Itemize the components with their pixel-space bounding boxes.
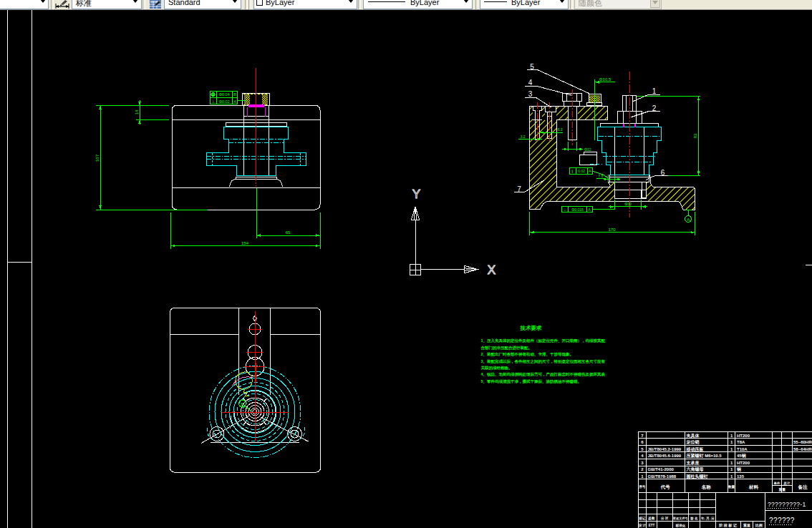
chevron-down-icon[interactable] (348, 0, 354, 3)
lineweight-control-dropdown[interactable]: ByLayer (480, 0, 569, 9)
toolbar-grip[interactable] (142, 0, 145, 9)
note-line: 1、压入夹具体的定位件及组件（如定位元件、开口垫圈），均须按其配 (481, 338, 606, 343)
toolbar-grip[interactable] (248, 0, 251, 9)
dim-154: 154 (241, 241, 249, 245)
front-fcf: Φ0.04 B ⊥ Φ0.02 A (210, 92, 246, 104)
autocad-window: 标准 Standard ByLayer (0, 0, 812, 528)
bom-no: 1 (641, 474, 644, 479)
table-style-value: Standard (168, 0, 200, 6)
balloon-1: 1 (652, 87, 657, 95)
dim-65: 65 (286, 230, 291, 235)
layer-dropdown[interactable] (0, 0, 49, 9)
nut-hatch (262, 94, 268, 104)
chevron-down-icon[interactable] (232, 0, 238, 3)
note-line: 合部门的冷压配合进行装配。 (480, 346, 533, 351)
note-line: 3、装配完成以后，各件相互之间的尺寸，特别是定位面相互各尺寸应有 (481, 359, 606, 364)
fcf-tol2: Φ0.02 (219, 99, 230, 104)
bom-material: 45钢 (737, 453, 746, 459)
plot-style-value: 随颜色 (579, 0, 602, 9)
bom-material: 135 (737, 474, 745, 479)
bom-header-no: 序号 (638, 484, 646, 489)
dimension-style-icon (54, 0, 71, 9)
tb-stage-mark: 阶段标记 (719, 523, 738, 528)
chevron-down-icon[interactable] (463, 0, 469, 3)
tb-change-doc: 更改文件号 (672, 517, 689, 521)
ucs-y-label: Y (412, 187, 420, 201)
tb-standardization: 标准化 (675, 524, 685, 528)
tb-design: 设 计 (638, 523, 647, 527)
toolbar-grip[interactable] (475, 0, 478, 9)
bom-name: 支承座 (686, 460, 700, 466)
note-line: 2、装配出厂时各部不得有松动、卡滞、干涉等现象。 (481, 352, 574, 357)
bom-name: 定位销 (686, 439, 700, 445)
tb-scale: 比例 (755, 523, 763, 528)
bom-name: 移动压板 (686, 446, 704, 452)
bom-name: 圆柱头螺钉 (687, 474, 708, 479)
dim-14: 14 (135, 109, 139, 114)
balloon-5: 5 (530, 63, 534, 71)
section-view: Φ10.5 6.3 3.2 Φ12 83 7.6 Φ30 170 A (514, 63, 701, 236)
svg-text:Φ0.015: Φ0.015 (571, 207, 584, 212)
bom-qty: 1 (730, 447, 733, 451)
bom-qty: 1 (730, 467, 733, 471)
linetype-sample-icon (368, 1, 405, 2)
toolbar-grip[interactable] (245, 0, 248, 9)
fcf-perpendicularity: ⊥ Φ0.015 A (562, 206, 593, 212)
bom-material: 钢 (736, 466, 741, 472)
plot-style-control-dropdown: 随颜色 (574, 0, 662, 9)
note-line: 关联的须经检验。 (480, 366, 513, 371)
chevron-down-button-disabled (650, 0, 660, 8)
dim-style-dropdown[interactable]: 标准 (72, 0, 142, 9)
toolbar-grip[interactable] (358, 0, 361, 9)
bom-no: 5 (641, 447, 644, 451)
tb-weight: 重量 (743, 523, 750, 527)
toolbar-grip[interactable] (570, 0, 573, 9)
table-style-button[interactable] (148, 0, 163, 9)
bom-row-texts: 7 夹具体 1 HT200 6 定位销 1 T8A 55~60HRC 5 JB/… (641, 433, 812, 479)
balloon-4: 4 (528, 79, 533, 87)
dim-style-button[interactable] (54, 0, 71, 9)
color-control-dropdown[interactable]: ByLayer (253, 0, 357, 9)
svg-text:B: B (241, 402, 243, 406)
fcf-sym2: ⊥ (211, 99, 215, 104)
linetype-control-dropdown[interactable]: ByLayer (363, 0, 473, 9)
chevron-down-icon[interactable] (40, 0, 46, 3)
bom-remark: 55~60HRC (793, 440, 812, 444)
bom-material: HT200 (737, 461, 750, 465)
dim-170: 170 (608, 228, 616, 232)
dim-phi105: Φ10.5 (599, 77, 612, 82)
tb-designer: ETT (649, 524, 655, 527)
front-dim-arrows (99, 102, 320, 247)
front-body-outline (172, 94, 320, 210)
tb-drawing-number: ?????????-1 (768, 501, 806, 508)
styles-properties-toolbar: 标准 Standard ByLayer (0, 0, 812, 10)
tb-sheet-code: ?????? (769, 517, 795, 524)
bom-qty: 1 (730, 461, 733, 465)
chevron-down-icon[interactable] (559, 0, 565, 3)
chevron-down-icon[interactable] (132, 0, 138, 3)
bom-material: HT200 (737, 434, 750, 438)
bom-header-qty: 数量 (728, 484, 735, 489)
svg-text:⊥: ⊥ (564, 207, 566, 212)
dim-style-value: 标准 (76, 0, 92, 9)
bom-header-material: 材料 (748, 484, 759, 490)
lineweight-sample-icon (484, 1, 507, 2)
notes-lines: 1、压入夹具体的定位件及组件（如定位元件、开口垫圈），均须按其配 合部门的冷压配… (480, 338, 606, 384)
svg-text:0.02: 0.02 (578, 169, 585, 173)
tb-date: 年. 月. 日 (700, 516, 715, 521)
front-view: 107 14 65 154 Φ0.04 (95, 68, 321, 249)
model-space-canvas[interactable]: 107 14 65 154 Φ0.04 (0, 0, 812, 528)
bom-header-texts: 序号 代号 名称 数量 材料 单件 总计 重量 备注 (638, 481, 808, 492)
technical-notes: 技术要求 1、压入夹具体的定位件及组件（如定位元件、开口垫圈），均须按其配 合部… (480, 325, 606, 384)
tb-zone: 分 区 (660, 516, 669, 521)
dim-phi30: Φ30 (624, 202, 632, 206)
tb-mark: 标记 (638, 516, 646, 521)
bom-header-code: 代号 (660, 484, 671, 490)
plan-datum-balloon: B (239, 400, 252, 411)
note-line: 5、零件均须清洗干净，擦拭干燥后、涂防锈油不得磕碰。 (481, 379, 582, 384)
table-style-icon (148, 0, 163, 9)
linetype-value: ByLayer (410, 0, 439, 6)
table-style-dropdown[interactable]: Standard (164, 0, 241, 9)
bom-qty: 1 (730, 434, 733, 438)
fcf-tol1: Φ0.04 (219, 92, 230, 97)
